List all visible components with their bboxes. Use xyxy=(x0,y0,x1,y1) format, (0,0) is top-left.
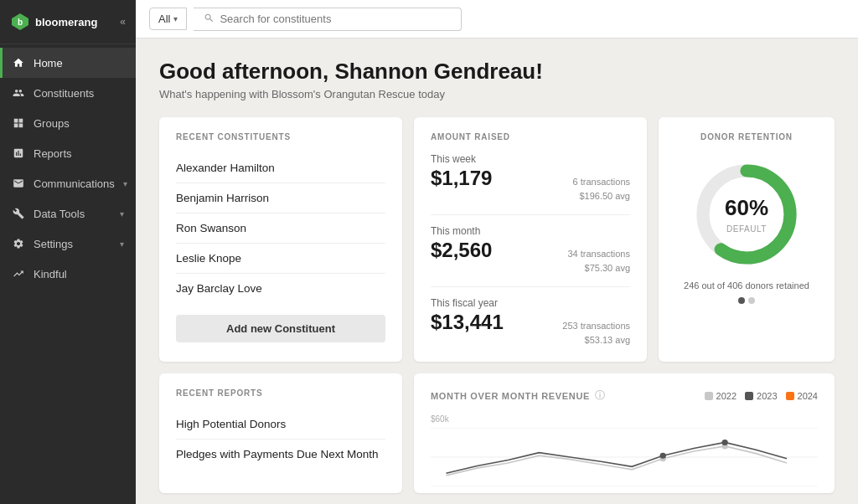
nav-items: Home Constituents Groups Reports Communi xyxy=(0,44,136,504)
amount-this-month: This month $2,560 34 transactions $75.30… xyxy=(431,225,630,275)
dot-1[interactable] xyxy=(738,297,745,304)
sidebar-item-constituents[interactable]: Constituents xyxy=(0,78,136,108)
donut-default-label: DEFAULT xyxy=(726,224,767,234)
amount-meta-fiscal: 253 transactions $53.13 avg xyxy=(562,319,630,347)
svg-text:b: b xyxy=(18,18,23,27)
recent-reports-card: RECENT REPORTS High Potential Donors Ple… xyxy=(159,373,402,493)
recent-reports-label: RECENT REPORTS xyxy=(176,388,385,398)
topbar: All ▾ xyxy=(136,0,858,39)
sidebar: b bloomerang « Home Constituents Groups xyxy=(0,0,136,504)
chart-title: MONTH OVER MONTH REVENUE xyxy=(431,391,590,401)
retention-description: 246 out of 406 donors retained xyxy=(684,280,809,291)
amount-value-fiscal: $13,441 xyxy=(431,311,504,334)
legend-dot-2024 xyxy=(786,392,794,400)
donut-chart: 60% DEFAULT xyxy=(692,160,801,269)
amount-meta-week: 6 transactions $196.50 avg xyxy=(573,175,630,203)
chart-svg xyxy=(431,428,818,486)
kindful-icon xyxy=(12,267,25,280)
search-icon xyxy=(204,13,214,26)
sidebar-item-groups[interactable]: Groups xyxy=(0,108,136,138)
sidebar-item-communications[interactable]: Communications ▾ xyxy=(0,168,136,198)
amount-value-week: $1,179 xyxy=(431,167,492,190)
amount-meta-month: 34 transactions $75.30 avg xyxy=(567,247,630,275)
gear-icon xyxy=(12,237,25,250)
search-box xyxy=(194,8,462,31)
constituent-item[interactable]: Jay Barclay Love xyxy=(176,274,385,303)
nav-label-data-tools: Data Tools xyxy=(34,208,111,220)
chart-icon xyxy=(12,147,25,160)
tools-icon xyxy=(12,207,25,220)
legend-2024: 2024 xyxy=(786,391,818,401)
legend-2023: 2023 xyxy=(745,391,777,401)
page-title: Good afternoon, Shannon Gendreau! xyxy=(159,59,835,85)
info-icon: ⓘ xyxy=(595,388,605,403)
dropdown-arrow-icon: ▾ xyxy=(173,14,178,23)
amount-this-week: This week $1,179 6 transactions $196.50 … xyxy=(431,153,630,203)
amount-period-month: This month xyxy=(431,225,630,237)
nav-label-groups: Groups xyxy=(34,117,124,130)
grid-icon xyxy=(12,116,25,130)
recent-constituents-card: RECENT CONSTITUENTS Alexander Hamilton B… xyxy=(159,117,402,362)
nav-label-home: Home xyxy=(34,57,124,69)
logo-icon: b xyxy=(10,12,30,32)
chart-legend: 2022 2023 2024 xyxy=(705,391,818,401)
search-filter-value: All xyxy=(158,13,170,25)
amount-raised-card: AMOUNT RAISED This week $1,179 6 transac… xyxy=(414,117,647,362)
svg-point-10 xyxy=(721,440,727,445)
bottom-row: RECENT REPORTS High Potential Donors Ple… xyxy=(159,373,835,493)
collapse-icon[interactable]: « xyxy=(120,16,126,28)
legend-dot-2023 xyxy=(745,392,753,400)
nav-label-communications: Communications xyxy=(34,177,115,190)
search-filter-dropdown[interactable]: All ▾ xyxy=(149,8,187,30)
mail-icon xyxy=(12,177,25,190)
nav-label-settings: Settings xyxy=(34,238,111,250)
sidebar-item-reports[interactable]: Reports xyxy=(0,138,136,168)
amount-period-week: This week xyxy=(431,153,630,165)
content: Good afternoon, Shannon Gendreau! What's… xyxy=(136,39,858,504)
revenue-chart-card: MONTH OVER MONTH REVENUE ⓘ 2022 2023 xyxy=(414,373,835,493)
amount-value-month: $2,560 xyxy=(431,239,492,262)
sidebar-item-settings[interactable]: Settings ▾ xyxy=(0,229,136,259)
constituent-item[interactable]: Alexander Hamilton xyxy=(176,153,385,183)
constituent-item[interactable]: Ron Swanson xyxy=(176,213,385,244)
main-area: All ▾ Good afternoon, Shannon Gendreau! … xyxy=(136,0,858,504)
retention-dots xyxy=(738,297,755,304)
donut-percent: 60% xyxy=(725,195,768,221)
amount-period-fiscal: This fiscal year xyxy=(431,297,630,309)
svg-point-9 xyxy=(660,453,666,459)
donor-retention-card: DONOR RETENTION 60% DEFAULT 246 out of 4… xyxy=(659,117,835,362)
logo-text: bloomerang xyxy=(35,16,97,28)
page-subtitle: What's happening with Blossom's Oranguta… xyxy=(159,88,835,100)
search-input[interactable] xyxy=(220,13,451,25)
chart-area: $60k xyxy=(431,411,818,478)
sidebar-item-kindful[interactable]: Kindful xyxy=(0,259,136,289)
legend-2022: 2022 xyxy=(705,391,737,401)
people-icon xyxy=(12,86,25,100)
report-item[interactable]: Pledges with Payments Due Next Month xyxy=(176,440,385,469)
sidebar-item-home[interactable]: Home xyxy=(0,48,136,78)
y-axis-label: $60k xyxy=(431,414,449,424)
nav-label-reports: Reports xyxy=(34,147,124,160)
constituent-item[interactable]: Benjamin Harrison xyxy=(176,183,385,213)
donor-retention-label: DONOR RETENTION xyxy=(700,132,793,141)
donut-center: 60% DEFAULT xyxy=(725,195,768,234)
sidebar-header: b bloomerang « xyxy=(0,0,136,44)
sidebar-item-data-tools[interactable]: Data Tools ▾ xyxy=(0,198,136,229)
constituent-item[interactable]: Leslie Knope xyxy=(176,244,385,274)
amount-raised-label: AMOUNT RAISED xyxy=(431,132,630,141)
add-constituent-button[interactable]: Add new Constituent xyxy=(176,315,385,342)
nav-label-constituents: Constituents xyxy=(34,87,124,100)
recent-constituents-label: RECENT CONSTITUENTS xyxy=(176,132,385,141)
chevron-down-icon-3: ▾ xyxy=(120,239,124,249)
home-icon xyxy=(12,56,25,69)
cards-row: RECENT CONSTITUENTS Alexander Hamilton B… xyxy=(159,117,835,362)
dot-2[interactable] xyxy=(748,297,755,304)
chart-header: MONTH OVER MONTH REVENUE ⓘ 2022 2023 xyxy=(431,388,818,403)
chevron-down-icon: ▾ xyxy=(123,179,127,188)
logo: b bloomerang xyxy=(10,12,97,32)
nav-label-kindful: Kindful xyxy=(34,268,124,280)
amount-fiscal-year: This fiscal year $13,441 253 transaction… xyxy=(431,297,630,347)
chevron-down-icon-2: ▾ xyxy=(120,209,124,219)
report-item[interactable]: High Potential Donors xyxy=(176,409,385,440)
legend-dot-2022 xyxy=(705,392,713,400)
